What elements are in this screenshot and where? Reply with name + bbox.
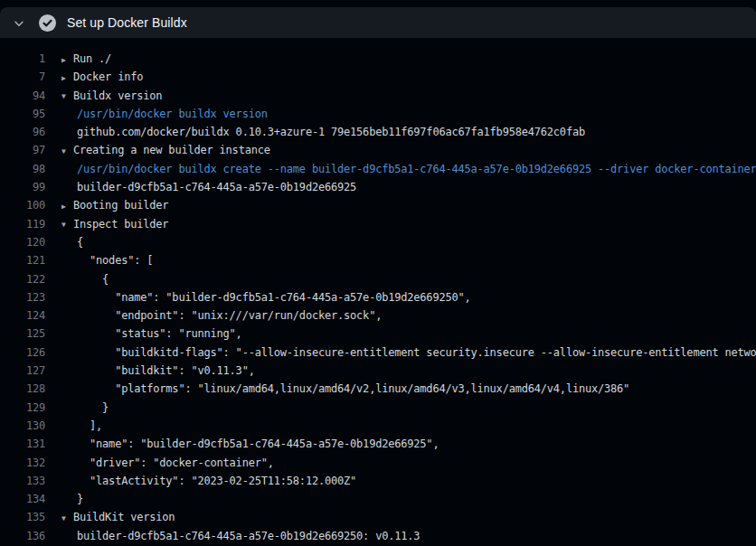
log-line[interactable]: 119 ▼Inspect builder	[0, 215, 756, 233]
log-line-text: }	[45, 490, 83, 508]
log-line-text: "platforms": "linux/amd64,linux/amd64/v2…	[45, 380, 629, 398]
line-number[interactable]: 94	[0, 87, 45, 105]
triangle-down-icon[interactable]: ▼	[61, 510, 73, 528]
log-line-text: "lastActivity": "2023-02-25T11:58:12.000…	[45, 472, 356, 490]
log-line-text: ],	[45, 417, 102, 435]
log-line-text: /usr/bin/docker buildx version	[45, 105, 268, 123]
line-number[interactable]: 127	[0, 362, 45, 380]
line-number[interactable]: 119	[0, 215, 45, 233]
log-line: 124 "endpoint": "unix:///var/run/docker.…	[0, 306, 756, 325]
log-line[interactable]: 97 ▼Creating a new builder instance	[0, 141, 756, 159]
log-line-text: "endpoint": "unix:///var/run/docker.sock…	[45, 306, 382, 325]
log-group-header[interactable]: ▶Docker info	[45, 68, 143, 86]
log-line-text: {	[45, 233, 83, 251]
log-line-text: }	[45, 399, 109, 417]
log-line[interactable]: 1 ▶Run ./	[0, 50, 756, 68]
chevron-down-icon[interactable]	[13, 16, 25, 29]
line-number[interactable]: 96	[0, 123, 45, 141]
line-number[interactable]: 121	[0, 251, 45, 269]
log-line[interactable]: 135 ▼BuildKit version	[0, 508, 756, 526]
log-line: 99 builder-d9cfb5a1-c764-445a-a57e-0b19d…	[0, 178, 756, 196]
line-number[interactable]: 124	[0, 306, 45, 325]
line-number[interactable]: 130	[0, 417, 45, 435]
triangle-down-icon[interactable]: ▼	[61, 88, 73, 106]
log-line-text: "buildkitd-flags": "--allow-insecure-ent…	[45, 344, 756, 362]
log-line-text: "nodes": [	[45, 251, 153, 269]
line-number[interactable]: 1	[0, 50, 45, 68]
line-number[interactable]: 135	[0, 508, 45, 526]
line-number[interactable]: 98	[0, 160, 45, 178]
line-number[interactable]: 131	[0, 435, 45, 453]
line-number[interactable]: 125	[0, 325, 45, 343]
step-header[interactable]: Set up Docker Buildx	[0, 7, 756, 38]
triangle-right-icon[interactable]: ▶	[61, 198, 73, 216]
log-line: 96 github.com/docker/buildx 0.10.3+azure…	[0, 123, 756, 141]
log-group-header[interactable]: ▼BuildKit version	[45, 508, 175, 526]
log-group-header[interactable]: ▶Booting builder	[45, 196, 168, 214]
line-number[interactable]: 136	[0, 527, 45, 545]
step-title: Set up Docker Buildx	[67, 15, 187, 30]
log-line: 127 "buildkit": "v0.11.3",	[0, 362, 756, 380]
log-line: 134 }	[0, 490, 756, 508]
log-line: 130 ],	[0, 417, 756, 435]
log-line-text: "driver": "docker-container",	[45, 454, 274, 472]
log-line: 136 builder-d9cfb5a1-c764-445a-a57e-0b19…	[0, 527, 756, 545]
log-line: 123 "name": "builder-d9cfb5a1-c764-445a-…	[0, 288, 756, 306]
log-line-text: "name": "builder-d9cfb5a1-c764-445a-a57e…	[45, 288, 471, 306]
log-line: 132 "driver": "docker-container",	[0, 454, 756, 472]
log-line: 95 /usr/bin/docker buildx version	[0, 105, 756, 123]
line-number[interactable]: 126	[0, 344, 45, 362]
line-number[interactable]: 133	[0, 472, 45, 490]
log-output: 1 ▶Run ./ 7 ▶Docker info 94 ▼Buildx vers…	[0, 38, 756, 545]
log-group-header[interactable]: ▼Creating a new builder instance	[45, 141, 270, 159]
line-number[interactable]: 134	[0, 490, 45, 508]
line-number[interactable]: 7	[0, 68, 45, 86]
triangle-down-icon[interactable]: ▼	[61, 216, 73, 234]
log-line-text: "status": "running",	[45, 325, 242, 343]
log-group-header[interactable]: ▼Buildx version	[45, 87, 162, 105]
log-line-text: {	[45, 270, 109, 288]
log-line-text: builder-d9cfb5a1-c764-445a-a57e-0b19d2e6…	[45, 178, 356, 196]
line-number[interactable]: 123	[0, 288, 45, 306]
log-line: 125 "status": "running",	[0, 325, 756, 343]
line-number[interactable]: 97	[0, 141, 45, 159]
line-number[interactable]: 129	[0, 399, 45, 417]
log-line[interactable]: 100 ▶Booting builder	[0, 196, 756, 214]
check-circle-icon	[39, 14, 56, 32]
log-line-text: github.com/docker/buildx 0.10.3+azure-1 …	[45, 123, 585, 141]
log-line: 131 "name": "builder-d9cfb5a1-c764-445a-…	[0, 435, 756, 453]
log-line[interactable]: 7 ▶Docker info	[0, 68, 756, 86]
log-line: 129 }	[0, 399, 756, 417]
log-line: 121 "nodes": [	[0, 251, 756, 269]
log-line-text: "buildkit": "v0.11.3",	[45, 362, 255, 380]
line-number[interactable]: 95	[0, 105, 45, 123]
line-number[interactable]: 99	[0, 178, 45, 196]
log-line[interactable]: 94 ▼Buildx version	[0, 87, 756, 105]
triangle-right-icon[interactable]: ▶	[61, 52, 73, 70]
log-line-text: "name": "builder-d9cfb5a1-c764-445a-a57e…	[45, 435, 439, 453]
line-number[interactable]: 128	[0, 380, 45, 398]
line-number[interactable]: 122	[0, 270, 45, 288]
log-line: 128 "platforms": "linux/amd64,linux/amd6…	[0, 380, 756, 398]
log-line: 122 {	[0, 270, 756, 288]
log-group-header[interactable]: ▼Inspect builder	[45, 215, 168, 233]
log-group-header[interactable]: ▶Run ./	[45, 50, 111, 68]
log-line-text: /usr/bin/docker buildx create --name bui…	[45, 160, 756, 178]
triangle-right-icon[interactable]: ▶	[61, 70, 73, 88]
log-line: 120 {	[0, 233, 756, 251]
actions-log-viewer: Set up Docker Buildx 1 ▶Run ./ 7 ▶Docker…	[0, 0, 756, 546]
log-line: 133 "lastActivity": "2023-02-25T11:58:12…	[0, 472, 756, 490]
log-line-text: builder-d9cfb5a1-c764-445a-a57e-0b19d2e6…	[45, 527, 420, 545]
line-number[interactable]: 100	[0, 196, 45, 214]
line-number[interactable]: 132	[0, 454, 45, 472]
line-number[interactable]: 120	[0, 233, 45, 251]
log-line: 98 /usr/bin/docker buildx create --name …	[0, 160, 756, 178]
log-line: 126 "buildkitd-flags": "--allow-insecure…	[0, 344, 756, 362]
triangle-down-icon[interactable]: ▼	[61, 143, 73, 161]
